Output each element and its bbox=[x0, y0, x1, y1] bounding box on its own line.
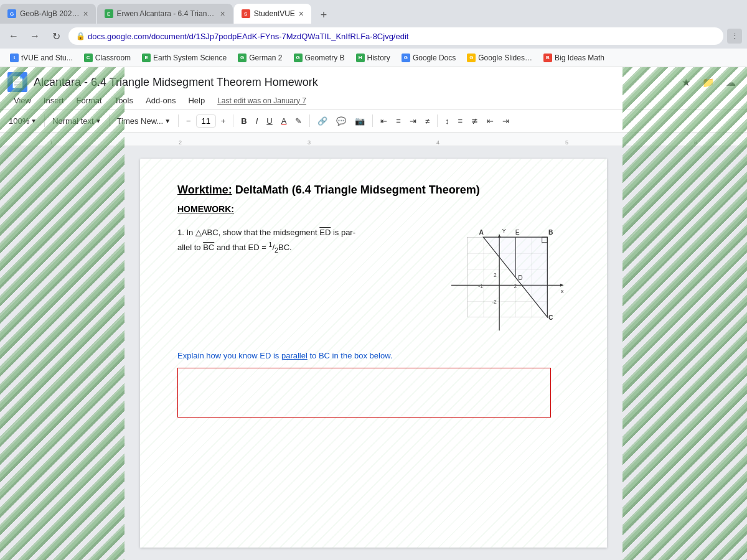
font-color-button[interactable]: A bbox=[278, 112, 291, 129]
bookmark-earth[interactable]: E Earth System Science bbox=[137, 52, 232, 63]
line-spacing-button[interactable]: ↕ bbox=[441, 112, 453, 129]
coordinate-graph: x Y 2 -1 2 -2 bbox=[445, 226, 570, 338]
menu-format[interactable]: Format bbox=[70, 93, 108, 108]
style-value: Normal text bbox=[52, 116, 93, 126]
align-left-button[interactable]: ⇤ bbox=[377, 112, 391, 129]
separator-7 bbox=[437, 114, 438, 127]
ruler-mark-5: 5 bbox=[565, 139, 568, 146]
docs-app: 📄 Alcantara - 6.4 Triangle Midsegment Th… bbox=[0, 67, 747, 560]
docs-title-bar: 📄 Alcantara - 6.4 Triangle Midsegment Th… bbox=[0, 67, 747, 92]
indent-decrease-button[interactable]: ⇤ bbox=[483, 112, 497, 129]
align-center-button[interactable]: ≡ bbox=[392, 112, 405, 129]
problem-1-section: 1. In △ABC, show that the midsegment ED … bbox=[177, 226, 570, 341]
underline-button[interactable]: U bbox=[263, 112, 276, 129]
tab-close-geob[interactable]: × bbox=[83, 9, 88, 19]
docs-logo: 📄 bbox=[7, 72, 27, 92]
bookmark-favicon-google-docs: G bbox=[402, 54, 410, 62]
last-edit-label: Last edit was on January 7 bbox=[211, 94, 312, 108]
bookmark-big-ideas[interactable]: B Big Ideas Math bbox=[538, 52, 609, 63]
tab-close-studentvue[interactable]: × bbox=[299, 9, 304, 19]
link-button[interactable]: 🔗 bbox=[314, 112, 331, 129]
menu-insert[interactable]: Insert bbox=[37, 93, 70, 108]
tab-bar: G GeoB-AlgB 202… × E Erwen Alcantara - 6… bbox=[0, 0, 747, 24]
document-content: Worktime: DeltaMath (6.4 Triangle Midseg… bbox=[177, 184, 570, 418]
answer-box[interactable] bbox=[177, 368, 551, 418]
move-button[interactable]: 📁 bbox=[700, 73, 717, 91]
decrease-font-button[interactable]: − bbox=[182, 112, 195, 129]
increase-font-button[interactable]: + bbox=[217, 112, 230, 129]
bookmark-favicon-big-ideas: B bbox=[543, 54, 552, 62]
highlight-button[interactable]: ✎ bbox=[291, 112, 306, 129]
bookmark-favicon-classroom: C bbox=[84, 54, 93, 62]
menu-view[interactable]: View bbox=[7, 93, 37, 108]
italic-button[interactable]: I bbox=[252, 112, 262, 129]
menu-help[interactable]: Help bbox=[182, 93, 211, 108]
font-selector[interactable]: Times New... ▼ bbox=[113, 112, 175, 129]
segment-ed: ED bbox=[319, 228, 331, 237]
forward-button[interactable]: → bbox=[26, 27, 44, 45]
ruler: 1 2 3 4 5 6 bbox=[0, 133, 747, 146]
zoom-selector[interactable]: 100% ▼ bbox=[5, 112, 40, 129]
ruler-mark-3: 3 bbox=[308, 139, 311, 146]
problem-number: 1. In △ABC, show that the midsegment bbox=[177, 228, 319, 237]
bookmark-classroom[interactable]: C Classroom bbox=[79, 52, 136, 63]
docs-document-title[interactable]: Alcantara - 6.4 Triangle Midsegment Theo… bbox=[34, 76, 671, 89]
tab-close-erwen[interactable]: × bbox=[220, 9, 225, 19]
bold-button[interactable]: B bbox=[237, 112, 250, 129]
bookmark-google-docs[interactable]: G Google Docs bbox=[397, 52, 461, 63]
bookmark-label-geometry: Geometry B bbox=[305, 54, 345, 62]
bookmark-history[interactable]: H History bbox=[351, 52, 395, 63]
problem-text-2: allel to bbox=[177, 243, 203, 252]
numbered-list-button[interactable]: ≢ bbox=[467, 112, 482, 129]
bookmark-favicon-google-slides: G bbox=[467, 54, 476, 62]
bookmark-google-slides[interactable]: G Google Slides… bbox=[462, 52, 537, 63]
menu-addons[interactable]: Add-ons bbox=[139, 93, 182, 108]
x-axis-label: x bbox=[561, 287, 564, 294]
star-button[interactable]: ★ bbox=[677, 73, 695, 91]
docs-title-icons: ★ 📁 ☁ bbox=[677, 73, 740, 91]
cloud-button[interactable]: ☁ bbox=[722, 73, 740, 91]
bookmark-label-google-docs: Google Docs bbox=[413, 54, 456, 62]
bookmark-favicon-history: H bbox=[356, 54, 365, 62]
extension-icons: ⋮ bbox=[727, 29, 742, 44]
ruler-mark-2: 2 bbox=[179, 139, 182, 146]
bookmark-favicon-german: G bbox=[238, 54, 247, 62]
ruler-mark-1: 1 bbox=[50, 139, 53, 146]
new-tab-button[interactable]: + bbox=[315, 6, 332, 24]
worktime-text: DeltaMath (6.4 Triangle Midsegment Theor… bbox=[232, 184, 480, 196]
style-selector[interactable]: Normal text ▼ bbox=[49, 112, 105, 129]
bookmark-label-tvue: tVUE and Stu... bbox=[21, 54, 73, 62]
menu-tools[interactable]: Tools bbox=[108, 93, 139, 108]
docs-menu-bar: View Insert Format Tools Add-ons Help La… bbox=[0, 92, 747, 109]
bookmark-geometry[interactable]: G Geometry B bbox=[289, 52, 350, 63]
label-b: B bbox=[548, 229, 553, 236]
comment-button[interactable]: 💬 bbox=[332, 112, 350, 129]
tab-title-erwen: Erwen Alcantara - 6.4 Triangle Mi bbox=[117, 9, 217, 18]
x-axis-arrow bbox=[560, 284, 563, 287]
y-axis-label: Y bbox=[502, 227, 506, 234]
bookmark-tvue[interactable]: t tVUE and Stu... bbox=[5, 52, 78, 63]
browser-chrome: G GeoB-AlgB 202… × E Erwen Alcantara - 6… bbox=[0, 0, 747, 67]
ext-icon-1[interactable]: ⋮ bbox=[727, 29, 742, 44]
bookmark-german[interactable]: G German 2 bbox=[233, 52, 287, 63]
tab-title-studentvue: StudentVUE bbox=[254, 9, 295, 18]
document-area[interactable]: Worktime: DeltaMath (6.4 Triangle Midseg… bbox=[0, 146, 747, 560]
align-justify-button[interactable]: ≠ bbox=[421, 112, 433, 129]
separator-1 bbox=[44, 114, 45, 127]
ruler-mark-4: 4 bbox=[436, 139, 439, 146]
indent-increase-button[interactable]: ⇥ bbox=[499, 112, 513, 129]
fraction-numerator: 1 bbox=[268, 241, 272, 248]
tab-studentvue[interactable]: S StudentVUE × bbox=[234, 4, 311, 24]
tab-geob[interactable]: G GeoB-AlgB 202… × bbox=[0, 4, 96, 24]
tab-erwen[interactable]: E Erwen Alcantara - 6.4 Triangle Mi × bbox=[97, 4, 233, 24]
address-input[interactable]: 🔒 docs.google.com/document/d/1SJp7podpEA… bbox=[68, 27, 723, 45]
image-button[interactable]: 📷 bbox=[351, 112, 369, 129]
explain-text: Explain how you know ED is parallel to B… bbox=[177, 351, 570, 360]
reload-button[interactable]: ↻ bbox=[47, 27, 65, 45]
tab-title-geob: GeoB-AlgB 202… bbox=[20, 9, 79, 18]
align-right-button[interactable]: ⇥ bbox=[406, 112, 420, 129]
font-size-input[interactable] bbox=[196, 114, 216, 128]
explain-parallel: parallel bbox=[281, 351, 308, 360]
back-button[interactable]: ← bbox=[5, 27, 22, 45]
list-button[interactable]: ≡ bbox=[454, 112, 467, 129]
